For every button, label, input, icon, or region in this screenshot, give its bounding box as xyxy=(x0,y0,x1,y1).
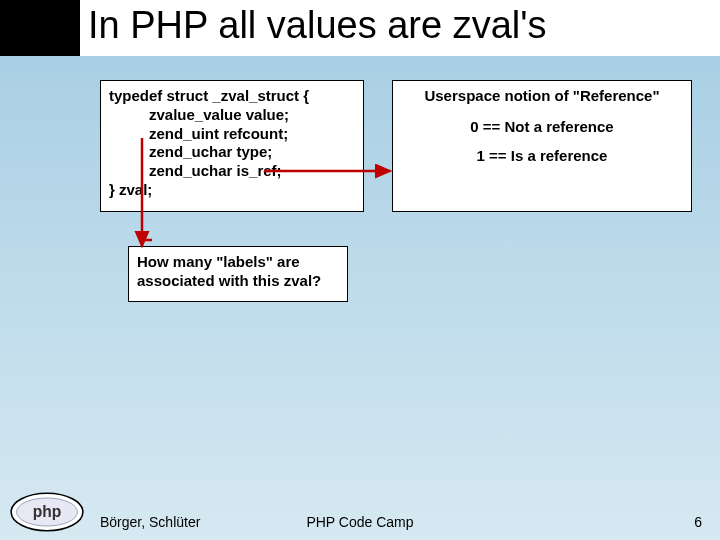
footer-center: PHP Code Camp xyxy=(0,514,720,530)
footer-page-number: 6 xyxy=(694,514,702,530)
slide: In PHP all values are zval's typedef str… xyxy=(0,0,720,540)
struct-box: typedef struct _zval_struct { zvalue_val… xyxy=(100,80,364,212)
title-leftbar xyxy=(0,0,80,56)
labels-line-1: How many "labels" are xyxy=(137,253,339,272)
footer: Börger, Schlüter PHP Code Camp 6 xyxy=(0,504,720,540)
labels-line-2: associated with this zval? xyxy=(137,272,339,291)
struct-line-6: } zval; xyxy=(109,181,355,200)
struct-line-2: zvalue_value value; xyxy=(109,106,355,125)
labels-box: How many "labels" are associated with th… xyxy=(128,246,348,302)
refbox-is-ref: 1 == Is a reference xyxy=(401,147,683,166)
refbox-not-ref: 0 == Not a reference xyxy=(401,118,683,137)
reference-box: Userspace notion of "Reference" 0 == Not… xyxy=(392,80,692,212)
refbox-title: Userspace notion of "Reference" xyxy=(401,87,683,106)
slide-title: In PHP all values are zval's xyxy=(88,4,708,47)
struct-line-5: zend_uchar is_ref; xyxy=(109,162,355,181)
struct-line-1: typedef struct _zval_struct { xyxy=(109,87,355,106)
struct-line-3: zend_uint refcount; xyxy=(109,125,355,144)
struct-line-4: zend_uchar type; xyxy=(109,143,355,162)
